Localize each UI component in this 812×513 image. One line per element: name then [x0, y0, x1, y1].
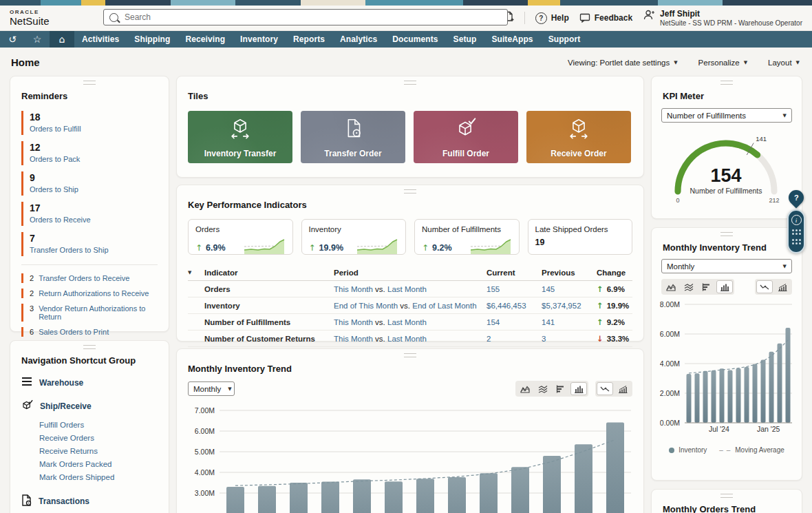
current-cell[interactable]: 155: [487, 285, 542, 293]
shortcut-link[interactable]: Mark Orders Shipped: [39, 470, 158, 483]
nav-item-setup[interactable]: Setup: [446, 31, 484, 48]
shortcut-link[interactable]: Receive Returns: [39, 444, 158, 457]
shortcut-group-ship-receive[interactable]: Ship/Receive: [21, 399, 158, 413]
shortcut-group-transactions[interactable]: Transactions: [21, 494, 158, 508]
drag-handle[interactable]: [720, 232, 733, 236]
search-input[interactable]: [123, 12, 502, 23]
shortcut-link[interactable]: Fulfill Orders: [39, 418, 158, 431]
previous-cell[interactable]: $5,374,952: [542, 302, 597, 310]
reminder-item[interactable]: 7Transfer Orders to Ship: [21, 232, 158, 256]
bar-horizontal-chart-icon[interactable]: [698, 280, 715, 293]
global-search[interactable]: [103, 9, 508, 25]
period-link[interactable]: End of This Month: [334, 302, 398, 310]
column-chart-icon[interactable]: [716, 280, 733, 293]
kpi-card-orders[interactable]: Orders↑6.9%: [188, 219, 293, 255]
feedback-button[interactable]: Feedback: [579, 13, 632, 23]
kpi-card-late-shipped-orders[interactable]: Late Shipped Orders19: [528, 219, 633, 255]
reminder-item[interactable]: 2Return Authorizations to Receive: [21, 289, 158, 298]
line-chart-icon[interactable]: [756, 280, 773, 293]
reminder-item[interactable]: 2Transfer Orders to Receive: [21, 273, 158, 283]
change-value: 6.9%: [607, 285, 625, 293]
previous-cell[interactable]: 141: [542, 318, 597, 326]
current-cell[interactable]: $6,446,453: [487, 302, 542, 310]
help-pin-button[interactable]: ?: [785, 187, 806, 208]
history-icon[interactable]: ↺: [0, 31, 25, 48]
shortcut-group-warehouse[interactable]: Warehouse: [21, 377, 158, 388]
user-menu[interactable]: Jeff Shipit NetSuite - SS WD PRM - Wareh…: [643, 9, 802, 27]
line-chart-icon[interactable]: [597, 382, 613, 395]
area-chart-icon[interactable]: [663, 280, 679, 293]
combo-chart-icon[interactable]: [615, 382, 631, 395]
tile-fulfill-order[interactable]: Fulfill Order: [414, 111, 518, 163]
shortcut-link[interactable]: Mark Orders Packed: [39, 457, 158, 470]
reminder-item[interactable]: 6Sales Orders to Print: [21, 327, 158, 337]
period-link[interactable]: End of Last Month: [412, 302, 476, 310]
period-select[interactable]: Monthly▼: [661, 259, 792, 273]
home-icon[interactable]: ⌂: [50, 31, 74, 48]
personalize-dropdown[interactable]: Personalize▼: [698, 59, 747, 67]
kpi-card-number-of-fulfillments[interactable]: Number of Fulfillments↑9.2%: [414, 219, 520, 255]
kpi-table-row[interactable]: Number of Customer ReturnsThis Month vs.…: [188, 331, 632, 347]
area-chart-icon[interactable]: [517, 382, 533, 395]
shortcut-group: Ship/ReceiveFulfill OrdersReceive Orders…: [21, 399, 158, 483]
filter-caret-icon[interactable]: ▼: [188, 270, 204, 275]
kpi-meter-select-value: Number of Fulfillments: [667, 112, 746, 120]
tile-inventory-transfer[interactable]: Inventory Transfer: [188, 111, 292, 163]
reminder-item[interactable]: 17Orders to Receive: [21, 202, 158, 226]
reminder-item[interactable]: 12Orders to Pack: [21, 141, 158, 165]
bar-horizontal-chart-icon[interactable]: [553, 382, 569, 395]
previous-cell[interactable]: 145: [542, 285, 597, 293]
nav-item-documents[interactable]: Documents: [385, 31, 445, 48]
reminder-item[interactable]: 9Orders to Ship: [21, 171, 158, 196]
help-button[interactable]: ? Help: [535, 12, 569, 24]
drag-handle[interactable]: [720, 81, 733, 85]
drag-handle[interactable]: [83, 345, 96, 349]
current-cell[interactable]: 2: [487, 335, 542, 343]
line-multi-chart-icon[interactable]: [535, 382, 551, 395]
viewing-dropdown[interactable]: Viewing: Portlet date settings▼: [568, 59, 678, 67]
kpi-table-row[interactable]: Number of FulfillmentsThis Month vs. Las…: [188, 314, 632, 331]
nav-item-activities[interactable]: Activities: [74, 31, 127, 48]
svg-text:154: 154: [710, 165, 741, 186]
drag-handle[interactable]: [404, 189, 416, 193]
sparkline-chart: [469, 238, 512, 258]
tile-receive-order[interactable]: Receive Order: [526, 111, 631, 163]
kpi-card-inventory[interactable]: Inventory↑19.9%: [301, 219, 407, 255]
nav-item-analytics[interactable]: Analytics: [332, 31, 385, 48]
period-link[interactable]: This Month: [334, 285, 373, 293]
assistant-dock[interactable]: i: [787, 209, 805, 253]
drag-handle[interactable]: [83, 81, 96, 85]
previous-cell[interactable]: 3: [542, 335, 597, 343]
column-chart-icon[interactable]: [570, 382, 587, 395]
nav-item-shipping[interactable]: Shipping: [127, 31, 178, 48]
oracle-netsuite-logo[interactable]: ORACLE NetSuite: [10, 10, 50, 26]
reminder-item[interactable]: 18Orders to Fulfill: [21, 111, 158, 135]
period-link[interactable]: This Month: [334, 335, 373, 343]
nav-item-receiving[interactable]: Receiving: [178, 31, 233, 48]
nav-item-inventory[interactable]: Inventory: [233, 31, 286, 48]
favorites-star-icon[interactable]: ☆: [25, 31, 50, 48]
period-link[interactable]: This Month: [334, 318, 373, 326]
period-link[interactable]: Last Month: [387, 335, 427, 343]
period-link[interactable]: Last Month: [387, 285, 427, 293]
nav-item-support[interactable]: Support: [541, 31, 588, 48]
kpi-card-label: Orders: [195, 225, 286, 233]
nav-item-suiteapps[interactable]: SuiteApps: [484, 31, 540, 48]
current-cell[interactable]: 154: [487, 318, 542, 326]
kpi-table-row[interactable]: InventoryEnd of This Month vs. End of La…: [188, 297, 632, 314]
period-select[interactable]: Monthly▼: [188, 381, 235, 396]
nav-item-reports[interactable]: Reports: [286, 31, 332, 48]
indicator-cell: Orders: [204, 285, 334, 293]
shortcut-link[interactable]: Receive Orders: [39, 431, 158, 444]
reminder-item[interactable]: 3Vendor Return Authorizations to Return: [21, 304, 158, 322]
drag-handle[interactable]: [404, 81, 416, 85]
line-multi-chart-icon[interactable]: [681, 280, 697, 293]
layout-dropdown[interactable]: Layout▼: [768, 59, 800, 67]
drag-handle[interactable]: [404, 353, 416, 357]
kpi-table-row[interactable]: OrdersThis Month vs. Last Month155145↑6.…: [188, 281, 632, 297]
kpi-meter-select[interactable]: Number of Fulfillments▼: [661, 108, 792, 123]
tile-transfer-order[interactable]: Transfer Order: [301, 111, 405, 163]
period-link[interactable]: Last Month: [387, 318, 427, 326]
combo-chart-icon[interactable]: [774, 280, 791, 293]
drag-handle[interactable]: [720, 494, 733, 498]
